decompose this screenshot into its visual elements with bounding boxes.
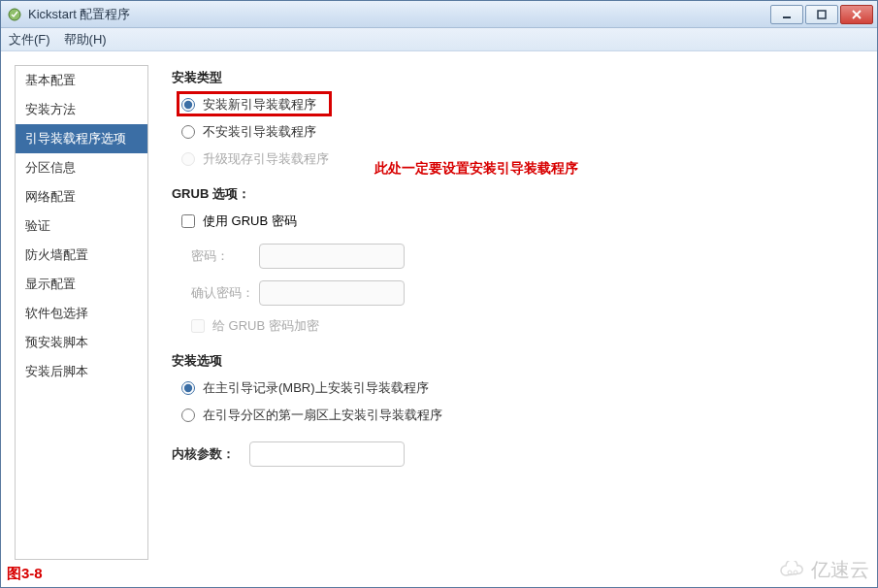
maximize-button[interactable] bbox=[805, 5, 838, 24]
use-grub-password-checkbox[interactable] bbox=[181, 214, 195, 228]
svg-line-4 bbox=[853, 11, 861, 18]
window-controls bbox=[770, 5, 873, 24]
kernel-label: 内核参数： bbox=[172, 445, 249, 463]
menu-file[interactable]: 文件(F) bbox=[9, 31, 50, 49]
figure-label: 图3-8 bbox=[7, 565, 43, 583]
radio-first-sector[interactable] bbox=[181, 408, 195, 422]
radio-row-first-sector[interactable]: 在引导分区的第一扇区上安装引导装载程序 bbox=[181, 407, 854, 424]
radio-install-new-label: 安装新引导装载程序 bbox=[203, 96, 316, 114]
svg-point-5 bbox=[788, 571, 792, 574]
close-button[interactable] bbox=[840, 5, 873, 24]
grub-confirm-input[interactable] bbox=[259, 280, 405, 306]
encrypt-grub-label: 给 GRUB 密码加密 bbox=[212, 317, 319, 335]
radio-row-none[interactable]: 不安装引导装载程序 bbox=[181, 123, 854, 141]
radio-mbr[interactable] bbox=[181, 381, 195, 395]
sidebar-item-firewall[interactable]: 防火墙配置 bbox=[16, 241, 147, 270]
sidebar-item-install-method[interactable]: 安装方法 bbox=[16, 95, 147, 124]
kernel-input[interactable] bbox=[249, 441, 405, 467]
window-title: Kickstart 配置程序 bbox=[28, 6, 770, 23]
sidebar-item-display[interactable]: 显示配置 bbox=[16, 270, 147, 299]
install-opts-group: 在主引导记录(MBR)上安装引导装载程序 在引导分区的第一扇区上安装引导装载程序 bbox=[181, 379, 854, 424]
grub-password-input[interactable] bbox=[259, 244, 405, 269]
radio-install-none-label: 不安装引导装载程序 bbox=[203, 123, 316, 141]
install-type-group: 安装新引导装载程序 不安装引导装载程序 升级现存引导装载程序 bbox=[181, 96, 854, 168]
sidebar-item-preinstall[interactable]: 预安装脚本 bbox=[16, 328, 147, 357]
menu-help[interactable]: 帮助(H) bbox=[64, 31, 107, 49]
grub-password-row: 密码： bbox=[191, 244, 854, 269]
app-icon bbox=[7, 7, 22, 22]
grub-confirm-label: 确认密码： bbox=[191, 284, 259, 302]
radio-install-upgrade bbox=[181, 152, 195, 166]
radio-install-upgrade-label: 升级现存引导装载程序 bbox=[203, 150, 329, 168]
cloud-icon bbox=[778, 561, 807, 580]
minimize-button[interactable] bbox=[770, 5, 803, 24]
client-area: 基本配置 安装方法 引导装载程序选项 分区信息 网络配置 验证 防火墙配置 显示… bbox=[1, 51, 877, 587]
app-window: Kickstart 配置程序 文件(F) 帮助(H) 基本配置 安装方法 引导装… bbox=[0, 0, 878, 588]
install-opts-title: 安装选项 bbox=[172, 352, 854, 370]
sidebar-item-partition[interactable]: 分区信息 bbox=[16, 153, 147, 182]
radio-install-new[interactable] bbox=[181, 98, 195, 112]
titlebar: Kickstart 配置程序 bbox=[1, 1, 877, 28]
grub-password-label: 密码： bbox=[191, 247, 259, 265]
sidebar-item-basic[interactable]: 基本配置 bbox=[16, 66, 147, 95]
use-grub-password-row[interactable]: 使用 GRUB 密码 bbox=[181, 212, 854, 230]
radio-install-none[interactable] bbox=[181, 125, 195, 139]
watermark: 亿速云 bbox=[778, 557, 869, 583]
menubar: 文件(F) 帮助(H) bbox=[1, 28, 877, 51]
radio-first-sector-label: 在引导分区的第一扇区上安装引导装载程序 bbox=[203, 407, 442, 424]
sidebar-item-packages[interactable]: 软件包选择 bbox=[16, 299, 147, 328]
radio-row-mbr[interactable]: 在主引导记录(MBR)上安装引导装载程序 bbox=[181, 379, 854, 397]
watermark-text: 亿速云 bbox=[811, 557, 869, 583]
annotation-note: 此处一定要设置安装引导装载程序 bbox=[374, 160, 578, 178]
use-grub-password-label: 使用 GRUB 密码 bbox=[203, 212, 297, 230]
install-type-title: 安装类型 bbox=[172, 69, 854, 86]
grub-confirm-row: 确认密码： bbox=[191, 280, 854, 306]
sidebar-item-bootloader[interactable]: 引导装载程序选项 bbox=[16, 124, 147, 153]
radio-mbr-label: 在主引导记录(MBR)上安装引导装载程序 bbox=[203, 379, 429, 397]
svg-line-3 bbox=[853, 11, 861, 18]
sidebar-item-network[interactable]: 网络配置 bbox=[16, 182, 147, 212]
sidebar-item-auth[interactable]: 验证 bbox=[16, 212, 147, 241]
sidebar: 基本配置 安装方法 引导装载程序选项 分区信息 网络配置 验证 防火墙配置 显示… bbox=[15, 65, 148, 560]
main-panel: 安装类型 安装新引导装载程序 不安装引导装载程序 升级现存引导装载程序 GRUB… bbox=[148, 51, 877, 587]
grub-title: GRUB 选项： bbox=[172, 185, 854, 203]
sidebar-item-postinstall[interactable]: 安装后脚本 bbox=[16, 357, 147, 386]
encrypt-grub-row: 给 GRUB 密码加密 bbox=[191, 317, 854, 335]
svg-rect-2 bbox=[818, 11, 826, 18]
kernel-row: 内核参数： bbox=[172, 441, 854, 467]
encrypt-grub-checkbox bbox=[191, 319, 205, 333]
radio-row-new[interactable]: 安装新引导装载程序 bbox=[181, 96, 854, 114]
